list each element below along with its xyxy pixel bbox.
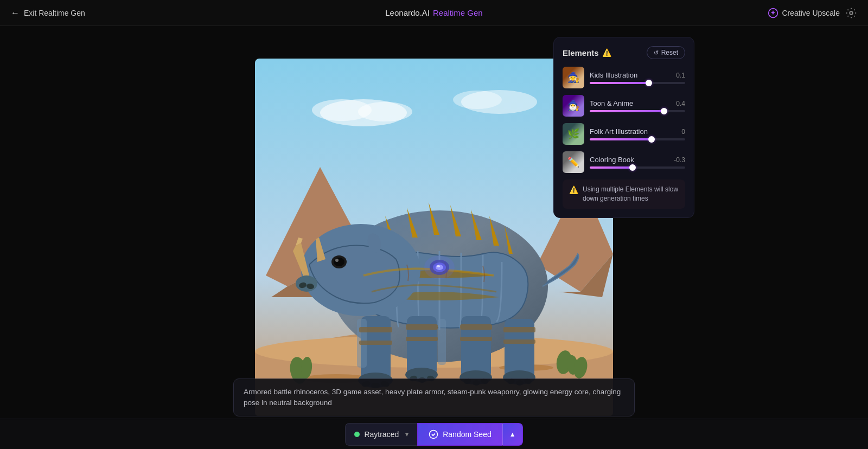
- settings-icon[interactable]: [845, 7, 857, 19]
- element-name-folk: Folk Art Illustration: [590, 127, 648, 136]
- svg-rect-43: [359, 327, 392, 332]
- svg-point-36: [335, 259, 339, 262]
- element-thumb-kids: 🧙: [563, 67, 584, 88]
- warning-message-icon: ⚠️: [569, 185, 578, 194]
- raytraced-label: Raytraced: [364, 430, 399, 439]
- creative-upscale-button[interactable]: Creative Upscale: [768, 8, 840, 18]
- raytraced-button[interactable]: Raytraced ▾: [345, 423, 417, 446]
- raytraced-status-dot: [354, 432, 360, 437]
- random-seed-expand-button[interactable]: ▲: [502, 423, 523, 446]
- svg-rect-44: [359, 341, 392, 345]
- element-item-coloring: ✏️ Coloring Book -0.3: [563, 151, 685, 173]
- element-content-coloring: Coloring Book -0.3: [590, 156, 685, 169]
- exit-label: Exit Realtime Gen: [24, 9, 85, 17]
- svg-point-7: [453, 91, 502, 109]
- exit-button[interactable]: ← Exit Realtime Gen: [11, 8, 85, 18]
- svg-rect-66: [503, 339, 535, 344]
- element-value-kids: 0.1: [669, 72, 685, 79]
- element-content-toon: Toon & Anime 0.4: [590, 99, 685, 112]
- random-seed-label: Random Seed: [443, 430, 492, 439]
- svg-rect-65: [503, 327, 535, 332]
- svg-point-5: [358, 102, 412, 121]
- slider-thumb-coloring[interactable]: [629, 164, 636, 171]
- warning-message: ⚠️ Using multiple Elements will slow dow…: [563, 179, 685, 209]
- element-item-toon: 🧙‍♂️ Toon & Anime 0.4: [563, 95, 685, 117]
- svg-rect-58: [460, 324, 492, 330]
- slider-track-folk[interactable]: [590, 138, 685, 140]
- element-value-coloring: -0.3: [669, 156, 685, 164]
- element-item-folk: 🌿 Folk Art Illustration 0: [563, 123, 685, 145]
- header-title: Leonardo.AI Realtime Gen: [385, 8, 482, 17]
- element-thumb-folk: 🌿: [563, 123, 584, 145]
- reset-label: Reset: [661, 49, 678, 56]
- panel-header: Elements ⚠️ ↺ Reset: [563, 46, 685, 59]
- panel-title-text: Elements: [563, 48, 599, 57]
- bottom-toolbar: Raytraced ▾ Random Seed ▲: [0, 419, 868, 449]
- slider-thumb-kids[interactable]: [646, 80, 652, 86]
- element-content-folk: Folk Art Illustration 0: [590, 127, 685, 140]
- slider-fill-kids: [590, 82, 649, 84]
- element-name-toon: Toon & Anime: [590, 99, 633, 107]
- element-thumb-coloring: ✏️: [563, 151, 584, 173]
- element-name-kids: Kids Illustration: [590, 71, 637, 79]
- panel-title: Elements ⚠️: [563, 48, 611, 57]
- slider-track-coloring[interactable]: [590, 166, 685, 169]
- reset-button[interactable]: ↺ Reset: [647, 46, 685, 59]
- expand-icon: ▲: [509, 431, 516, 438]
- element-value-toon: 0.4: [669, 100, 685, 107]
- elements-panel: Elements ⚠️ ↺ Reset 🧙 Kids Illustration …: [553, 37, 694, 218]
- panel-warning-icon: ⚠️: [602, 48, 611, 57]
- back-arrow-icon: ←: [11, 8, 20, 18]
- svg-point-1: [850, 11, 853, 15]
- svg-point-35: [334, 258, 344, 266]
- element-thumb-toon: 🧙‍♂️: [563, 95, 584, 117]
- header: ← Exit Realtime Gen Leonardo.AI Realtime…: [0, 0, 868, 26]
- svg-rect-51: [406, 324, 438, 330]
- svg-rect-50: [438, 319, 446, 365]
- seed-icon: [429, 429, 438, 439]
- svg-point-75: [424, 255, 455, 279]
- prompt-text: Armored battle rhinoceros, 3D game asset…: [244, 388, 621, 407]
- slider-fill-folk: [590, 138, 652, 140]
- slider-thumb-folk[interactable]: [648, 136, 655, 143]
- warning-message-text: Using multiple Elements will slow down g…: [583, 185, 679, 203]
- slider-track-kids[interactable]: [590, 82, 685, 84]
- element-value-folk: 0: [669, 128, 685, 136]
- svg-rect-52: [406, 337, 438, 341]
- slider-track-toon[interactable]: [590, 110, 685, 112]
- svg-point-38: [296, 275, 317, 292]
- element-content-kids: Kids Illustration 0.1: [590, 71, 685, 84]
- random-seed-button[interactable]: Random Seed: [417, 423, 502, 446]
- slider-fill-toon: [590, 110, 664, 112]
- header-right-actions: Creative Upscale: [768, 7, 857, 19]
- element-name-coloring: Coloring Book: [590, 156, 634, 164]
- creative-upscale-label: Creative Upscale: [782, 9, 840, 17]
- slider-thumb-toon[interactable]: [661, 108, 667, 114]
- prompt-input-area[interactable]: Armored battle rhinoceros, 3D game asset…: [233, 379, 635, 416]
- slider-fill-coloring: [590, 166, 633, 169]
- element-item-kids: 🧙 Kids Illustration 0.1: [563, 67, 685, 88]
- brand-name: Leonardo.AI: [385, 8, 430, 17]
- creative-upscale-icon: [768, 8, 778, 18]
- svg-rect-59: [460, 337, 492, 341]
- reset-icon: ↺: [654, 49, 659, 56]
- raytraced-chevron-icon: ▾: [405, 431, 409, 438]
- brand-mode: Realtime Gen: [433, 8, 483, 17]
